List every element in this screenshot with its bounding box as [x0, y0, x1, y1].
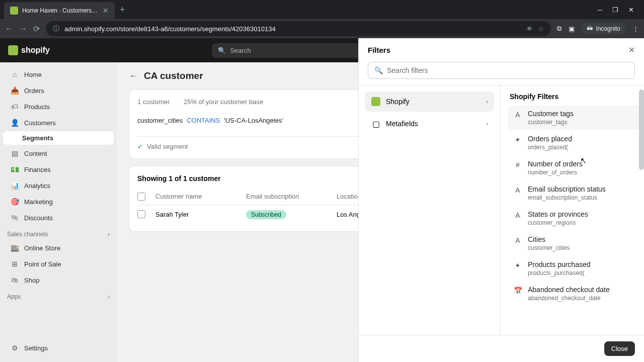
back-button[interactable]: ←: [129, 71, 138, 81]
close-panel-icon[interactable]: ✕: [628, 45, 635, 55]
filter-type-icon: ✦: [513, 261, 523, 277]
close-tab-icon[interactable]: ✕: [103, 7, 109, 15]
url-text: admin.shopify.com/store/de8143-a6/custom…: [64, 25, 521, 33]
products-icon: 🏷: [10, 102, 19, 111]
url-input[interactable]: ⓘ admin.shopify.com/store/de8143-a6/cust…: [46, 21, 551, 36]
filter-name: Abandoned checkout date: [528, 286, 637, 294]
forward-icon[interactable]: →: [19, 24, 27, 33]
filters-header: Filters ✕: [359, 38, 644, 62]
col-email[interactable]: Email subscription: [246, 193, 337, 201]
nav-settings[interactable]: ⚙Settings: [3, 340, 114, 355]
filter-item[interactable]: ✦Orders placedorders_placed(: [508, 131, 642, 155]
shop-icon: 🛍: [10, 276, 19, 285]
marketing-icon: 🎯: [10, 197, 19, 206]
metafields-icon: ▢: [371, 119, 381, 129]
minimize-icon[interactable]: ─: [598, 6, 602, 14]
filter-item[interactable]: ✦Products purchasedproducts_purchased(: [508, 256, 642, 281]
browser-tab[interactable]: Home Haven · Customers · Sho ✕: [4, 2, 115, 19]
new-tab-button[interactable]: +: [120, 5, 125, 15]
filter-item[interactable]: AEmail subscription statusemail_subscrip…: [508, 181, 642, 205]
nav-sales-channels-header: Sales channels ›: [0, 226, 117, 240]
close-window-icon[interactable]: ✕: [628, 6, 634, 14]
filter-type-icon: 📅: [513, 287, 523, 302]
nav-apps-header: Apps ›: [0, 288, 117, 302]
pos-icon: ⊞: [10, 259, 19, 268]
site-info-icon[interactable]: ⓘ: [53, 24, 59, 33]
filter-name: Customer tags: [528, 110, 637, 118]
discounts-icon: %: [10, 213, 19, 222]
row-checkbox[interactable]: [137, 210, 145, 218]
filter-item[interactable]: ACitiescustomer_cities: [508, 231, 642, 255]
filter-categories: Shopify › ▢ Metafields ›: [359, 85, 501, 335]
filters-body: Shopify › ▢ Metafields › Shopify Filters…: [359, 85, 644, 335]
nav-marketing[interactable]: 🎯Marketing: [3, 194, 114, 209]
check-circle-icon: ✓: [137, 143, 143, 150]
select-all-checkbox[interactable]: [137, 193, 145, 201]
nav-discounts[interactable]: %Discounts: [3, 210, 114, 225]
close-button[interactable]: Close: [604, 341, 635, 356]
filter-name: Number of orders: [528, 160, 637, 168]
nav-customers[interactable]: 👤Customers: [3, 115, 114, 130]
shopify-icon: [371, 97, 381, 107]
nav-products[interactable]: 🏷Products: [3, 99, 114, 114]
back-icon[interactable]: ←: [5, 24, 13, 33]
filter-name: States or provinces: [528, 210, 637, 218]
extensions-icon[interactable]: ⧉: [557, 25, 561, 33]
address-bar: ← → ⟳ ⓘ admin.shopify.com/store/de8143-a…: [0, 19, 644, 38]
filter-category-shopify[interactable]: Shopify ›: [365, 92, 494, 112]
nav-analytics[interactable]: 📊Analytics: [3, 178, 114, 193]
nav-pos[interactable]: ⊞Point of Sale: [3, 256, 114, 272]
nav-orders[interactable]: 📥Orders: [3, 83, 114, 98]
filter-code: customer_regions: [528, 219, 637, 226]
nav-finances[interactable]: 💵Finances: [3, 162, 114, 177]
chevron-right-icon[interactable]: ›: [108, 231, 110, 238]
tab-title: Home Haven · Customers · Sho: [22, 7, 99, 14]
app-root: shopify 🔍 Search ⌂Home 📥Orders 🏷Products…: [0, 38, 644, 362]
panel-icon[interactable]: ▣: [569, 25, 575, 33]
filter-code: orders_placed(: [528, 144, 637, 151]
home-icon: ⌂: [10, 70, 19, 79]
orders-icon: 📥: [10, 86, 19, 95]
chevron-right-icon: ›: [486, 98, 488, 105]
filter-list[interactable]: Shopify Filters ACustomer tagscustomer_t…: [501, 85, 644, 335]
filter-item[interactable]: #Number of ordersnumber_of_orders: [508, 156, 642, 180]
customers-icon: 👤: [10, 118, 19, 127]
nav-content[interactable]: ▤Content: [3, 146, 114, 161]
store-icon: 🏬: [10, 243, 19, 252]
scrollbar[interactable]: [639, 89, 644, 170]
eye-off-icon[interactable]: 👁: [526, 25, 533, 33]
filters-search-input[interactable]: 🔍 Search filters: [368, 62, 635, 79]
logo-icon: [8, 45, 18, 55]
menu-icon[interactable]: ⋮: [632, 25, 639, 33]
filters-panel: Filters ✕ 🔍 Search filters Shopify › ▢ M…: [358, 38, 644, 362]
page-title: CA customer: [144, 70, 203, 81]
incognito-icon: 🕶: [587, 25, 593, 32]
filters-title: Filters: [368, 46, 390, 54]
filter-type-icon: A: [513, 111, 523, 126]
nav-segments[interactable]: Segments: [3, 131, 114, 145]
chevron-right-icon: ›: [486, 120, 488, 127]
filter-item[interactable]: ACustomer tagscustomer_tags: [508, 106, 642, 130]
analytics-icon: 📊: [10, 181, 19, 190]
shopify-logo[interactable]: shopify: [8, 45, 50, 55]
filter-code: number_of_orders: [528, 169, 637, 176]
filter-type-icon: A: [513, 186, 523, 201]
filter-item[interactable]: 📅Abandoned checkout dateabandoned_checko…: [508, 282, 642, 306]
gear-icon: ⚙: [10, 343, 19, 352]
content-icon: ▤: [10, 149, 19, 158]
filter-item[interactable]: AStates or provincescustomer_regions: [508, 206, 642, 230]
nav-online-store[interactable]: 🏬Online Store: [3, 240, 114, 255]
chevron-right-icon[interactable]: ›: [108, 293, 110, 300]
filter-code: email_subscription_status: [528, 194, 637, 201]
filter-category-metafields[interactable]: ▢ Metafields ›: [365, 114, 494, 134]
incognito-badge: 🕶 Incognito: [582, 23, 625, 34]
filter-code: products_purchased(: [528, 269, 637, 277]
filter-name: Products purchased: [528, 260, 637, 268]
nav-shop[interactable]: 🛍Shop: [3, 273, 114, 288]
col-name[interactable]: Customer name: [155, 193, 246, 201]
maximize-icon[interactable]: ❐: [612, 6, 618, 14]
reload-icon[interactable]: ⟳: [33, 24, 40, 34]
nav-home[interactable]: ⌂Home: [3, 67, 114, 82]
bookmark-icon[interactable]: ☆: [538, 25, 544, 33]
filter-type-icon: #: [513, 161, 523, 176]
